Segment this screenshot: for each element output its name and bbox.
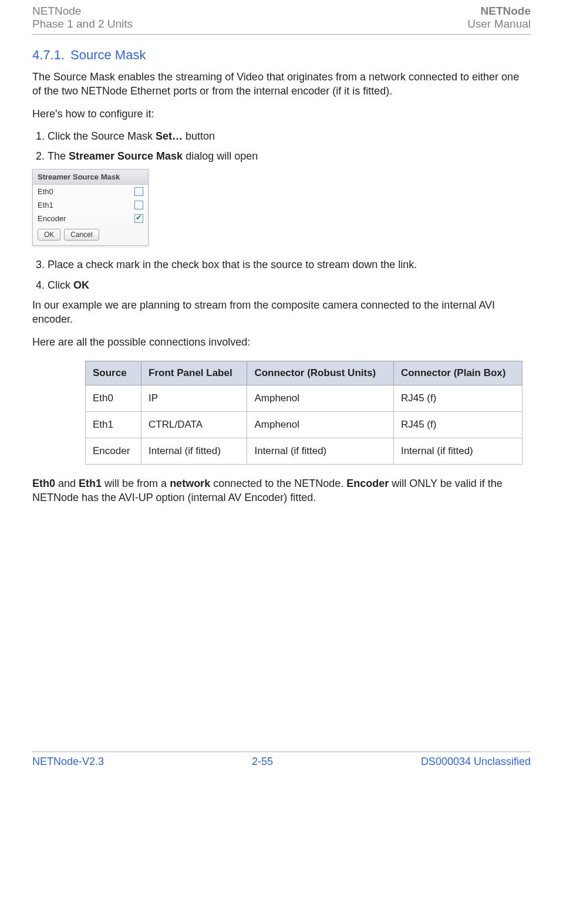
eth0-checkbox[interactable] bbox=[134, 187, 143, 196]
th-robust: Connector (Robust Units) bbox=[247, 361, 393, 385]
footer-right: DS000034 Unclassified bbox=[421, 756, 531, 768]
intro-paragraph-1: The Source Mask enables the streaming of… bbox=[32, 70, 531, 99]
step-2: The Streamer Source Mask dialog will ope… bbox=[48, 149, 531, 163]
after-paragraph-1: In our example we are planning to stream… bbox=[32, 298, 531, 327]
after-paragraph-2: Here are all the possible connections in… bbox=[32, 335, 531, 349]
cell-source: Eth1 bbox=[86, 411, 141, 438]
dialog-button-row: OK Cancel bbox=[33, 225, 148, 245]
cell-robust: Amphenol bbox=[247, 411, 393, 438]
section-heading: 4.7.1.Source Mask bbox=[32, 48, 531, 63]
step-2-post: dialog will open bbox=[183, 150, 258, 162]
step-4: Click OK bbox=[48, 278, 531, 292]
table-row: Eth1 CTRL/DATA Amphenol RJ45 (f) bbox=[86, 411, 522, 438]
cell-front: IP bbox=[141, 385, 247, 411]
step-2-bold: Streamer Source Mask bbox=[69, 150, 183, 162]
connections-table: Source Front Panel Label Connector (Robu… bbox=[85, 361, 522, 465]
dialog-row-eth0-label: Eth0 bbox=[38, 187, 134, 196]
cell-plain: RJ45 (f) bbox=[393, 411, 522, 438]
step-4-pre: Click bbox=[48, 279, 73, 291]
footer-page-number: 2-55 bbox=[252, 756, 273, 768]
closing-b1: Eth0 bbox=[32, 478, 55, 489]
step-4-bold: OK bbox=[73, 279, 89, 291]
table-row: Eth0 IP Amphenol RJ45 (f) bbox=[86, 385, 522, 411]
step-1-pre: Click the Source Mask bbox=[48, 130, 156, 142]
closing-t2: will be from a bbox=[102, 478, 170, 489]
th-source: Source bbox=[86, 361, 141, 385]
dialog-title: Streamer Source Mask bbox=[33, 170, 148, 185]
section-number: 4.7.1. bbox=[32, 48, 65, 62]
step-1-bold: Set… bbox=[156, 130, 183, 142]
th-plain: Connector (Plain Box) bbox=[393, 361, 522, 385]
cell-robust: Amphenol bbox=[247, 385, 393, 411]
table-header-row: Source Front Panel Label Connector (Robu… bbox=[86, 361, 522, 385]
cell-front: Internal (if fitted) bbox=[141, 438, 247, 464]
th-front: Front Panel Label bbox=[141, 361, 247, 385]
page: NETNode Phase 1 and 2 Units NETNode User… bbox=[0, 0, 563, 768]
closing-paragraph: Eth0 and Eth1 will be from a network con… bbox=[32, 476, 531, 505]
steps-list-bottom: Place a check mark in the check box that… bbox=[48, 258, 531, 292]
section-title: Source Mask bbox=[70, 48, 146, 62]
cell-front: CTRL/DATA bbox=[141, 411, 247, 438]
step-2-pre: The bbox=[48, 150, 69, 162]
header-right: NETNode User Manual bbox=[467, 5, 531, 31]
cancel-button[interactable]: Cancel bbox=[64, 229, 99, 241]
dialog-screenshot: Streamer Source Mask Eth0 Eth1 Encoder O… bbox=[32, 169, 531, 246]
closing-b3: network bbox=[170, 478, 210, 489]
encoder-checkbox[interactable] bbox=[134, 214, 143, 223]
cell-source: Eth0 bbox=[86, 385, 141, 411]
header-left-line2: Phase 1 and 2 Units bbox=[32, 18, 133, 31]
closing-t1: and bbox=[55, 478, 79, 489]
cell-plain: Internal (if fitted) bbox=[393, 438, 522, 464]
eth1-checkbox[interactable] bbox=[134, 201, 143, 209]
closing-b2: Eth1 bbox=[79, 478, 102, 489]
cell-source: Encoder bbox=[86, 438, 141, 464]
header-right-line1: NETNode bbox=[467, 5, 531, 18]
dialog-row-encoder-label: Encoder bbox=[38, 214, 134, 223]
header-left-line1: NETNode bbox=[32, 5, 133, 18]
cell-plain: RJ45 (f) bbox=[393, 385, 522, 411]
step-1: Click the Source Mask Set… button bbox=[48, 129, 531, 143]
header-left: NETNode Phase 1 and 2 Units bbox=[32, 5, 133, 31]
page-footer: NETNode-V2.3 2-55 DS000034 Unclassified bbox=[32, 752, 531, 768]
table-row: Encoder Internal (if fitted) Internal (i… bbox=[86, 438, 522, 464]
streamer-source-mask-dialog: Streamer Source Mask Eth0 Eth1 Encoder O… bbox=[32, 169, 149, 246]
dialog-row-eth1-label: Eth1 bbox=[38, 201, 134, 209]
steps-list-top: Click the Source Mask Set… button The St… bbox=[48, 129, 531, 164]
dialog-row-encoder: Encoder bbox=[33, 212, 148, 225]
dialog-row-eth0: Eth0 bbox=[33, 185, 148, 198]
closing-t3: connected to the NETNode. bbox=[210, 478, 346, 489]
intro-paragraph-2: Here's how to configure it: bbox=[32, 107, 531, 121]
step-1-post: button bbox=[183, 130, 215, 142]
step-3: Place a check mark in the check box that… bbox=[48, 258, 531, 272]
header-right-line2: User Manual bbox=[467, 18, 531, 31]
footer-left: NETNode-V2.3 bbox=[32, 756, 104, 768]
page-header: NETNode Phase 1 and 2 Units NETNode User… bbox=[32, 0, 531, 35]
ok-button[interactable]: OK bbox=[38, 229, 60, 241]
cell-robust: Internal (if fitted) bbox=[247, 438, 393, 464]
closing-b4: Encoder bbox=[346, 478, 389, 489]
dialog-row-eth1: Eth1 bbox=[33, 198, 148, 212]
